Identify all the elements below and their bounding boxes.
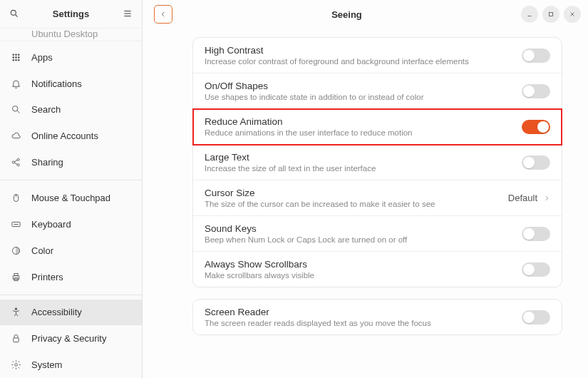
printer-icon	[10, 272, 21, 282]
row-cursor-size[interactable]: Cursor Size The size of the cursor can b…	[193, 180, 562, 216]
search-icon	[10, 104, 21, 115]
svg-rect-27	[14, 273, 18, 275]
svg-point-18	[17, 164, 19, 166]
sidebar-item-accessibility[interactable]: Accessibility	[0, 300, 142, 326]
cloud-icon	[10, 131, 21, 141]
sidebar-item-sharing[interactable]: Sharing	[0, 149, 142, 175]
svg-point-12	[15, 59, 16, 61]
reduce-animation-toggle[interactable]	[522, 120, 550, 134]
page-title: Seeing	[172, 9, 521, 20]
sidebar: Settings Ubuntu Desktop Apps Notificatio…	[0, 0, 143, 378]
sidebar-header: Settings	[0, 0, 142, 29]
svg-point-7	[18, 54, 19, 56]
row-title: Screen Reader	[205, 307, 522, 317]
sidebar-item-label: Sharing	[31, 157, 63, 168]
sidebar-item-prev[interactable]: Ubuntu Desktop	[0, 29, 142, 41]
sound-keys-toggle[interactable]	[522, 227, 550, 241]
svg-point-29	[15, 308, 17, 310]
svg-point-14	[12, 106, 18, 112]
sidebar-item-label: Mouse & Touchpad	[31, 193, 110, 203]
svg-point-10	[18, 56, 19, 58]
row-desc: Reduce animations in the user interface …	[205, 128, 522, 137]
row-title: Cursor Size	[205, 188, 508, 198]
svg-point-6	[15, 54, 16, 56]
close-button[interactable]	[564, 6, 581, 23]
row-title: On/Off Shapes	[205, 81, 522, 91]
svg-line-20	[14, 163, 17, 165]
divider	[0, 295, 142, 295]
mouse-icon	[10, 193, 21, 203]
sidebar-item-apps[interactable]: Apps	[0, 44, 142, 71]
sidebar-item-label: Ubuntu Desktop	[31, 29, 98, 39]
sidebar-item-label: Accessibility	[31, 307, 82, 317]
chevron-right-icon	[543, 192, 550, 205]
row-desc: Increase color contrast of foreground an…	[205, 57, 522, 66]
topbar: Seeing	[143, 0, 588, 29]
sidebar-item-online-accounts[interactable]: Online Accounts	[0, 123, 142, 149]
sidebar-item-printers[interactable]: Printers	[0, 264, 142, 290]
svg-point-9	[15, 56, 16, 58]
back-button[interactable]	[154, 5, 172, 24]
svg-rect-26	[13, 275, 19, 279]
row-desc: The size of the cursor can be increased …	[205, 200, 508, 208]
svg-line-15	[17, 111, 19, 113]
sidebar-item-label: Privacy & Security	[31, 333, 106, 344]
row-desc: Make scrollbars always visible	[205, 271, 522, 280]
gear-icon	[10, 359, 21, 370]
row-title: Sound Keys	[205, 223, 522, 234]
minimize-button[interactable]	[521, 6, 538, 23]
large-text-toggle[interactable]	[522, 155, 550, 170]
maximize-button[interactable]	[542, 6, 559, 23]
sidebar-item-system[interactable]: System	[0, 352, 142, 378]
svg-line-19	[14, 160, 17, 163]
divider	[0, 180, 142, 180]
sidebar-item-keyboard[interactable]: Keyboard	[0, 211, 142, 237]
row-large-text: Large Text Increase the size of all text…	[193, 145, 562, 180]
screen-reader-toggle[interactable]	[522, 310, 550, 325]
row-title: High Contrast	[205, 45, 522, 56]
sidebar-item-label: Color	[31, 245, 53, 256]
hamburger-icon[interactable]	[120, 6, 135, 21]
svg-point-5	[12, 54, 14, 56]
sidebar-item-label: Search	[31, 104, 61, 115]
row-always-scrollbars: Always Show Scrollbars Make scrollbars a…	[193, 252, 562, 287]
seeing-card: High Contrast Increase color contrast of…	[192, 37, 562, 287]
onoff-shapes-toggle[interactable]	[522, 84, 550, 98]
svg-rect-33	[550, 13, 553, 16]
always-scrollbars-toggle[interactable]	[522, 262, 550, 277]
lock-icon	[10, 333, 21, 344]
color-icon	[10, 245, 21, 256]
grid-icon	[10, 52, 21, 63]
row-desc: Beep when Num Lock or Caps Lock are turn…	[205, 235, 522, 244]
sidebar-item-label: Online Accounts	[31, 131, 98, 141]
row-title: Reduce Animation	[205, 116, 522, 127]
svg-point-8	[12, 56, 14, 58]
sidebar-item-privacy[interactable]: Privacy & Security	[0, 325, 142, 352]
sidebar-item-label: Apps	[31, 52, 53, 63]
accessibility-icon	[10, 307, 21, 317]
sidebar-item-search[interactable]: Search	[0, 97, 142, 123]
bell-icon	[10, 78, 21, 89]
search-icon[interactable]	[7, 6, 21, 21]
sidebar-item-color[interactable]: Color	[0, 237, 142, 264]
sidebar-item-label: System	[31, 359, 62, 370]
svg-point-13	[18, 59, 19, 61]
row-title: Always Show Scrollbars	[205, 259, 522, 270]
sidebar-item-mouse[interactable]: Mouse & Touchpad	[0, 185, 142, 211]
keyboard-icon	[10, 219, 21, 230]
svg-line-1	[16, 15, 18, 17]
svg-point-17	[17, 158, 19, 160]
row-desc: The screen reader reads displayed text a…	[205, 319, 522, 327]
share-icon	[10, 157, 21, 168]
svg-rect-30	[13, 338, 19, 342]
row-high-contrast: High Contrast Increase color contrast of…	[193, 38, 562, 73]
row-reduce-animation: Reduce Animation Reduce animations in th…	[193, 109, 562, 145]
row-onoff-shapes: On/Off Shapes Use shapes to indicate sta…	[193, 73, 562, 109]
cursor-size-value: Default	[508, 193, 537, 203]
sidebar-title: Settings	[21, 9, 120, 19]
sidebar-item-notifications[interactable]: Notifications	[0, 71, 142, 97]
row-desc: Use shapes to indicate state in addition…	[205, 93, 522, 101]
main-panel: Seeing High Contrast Increase color cont…	[143, 0, 588, 378]
content-area: High Contrast Increase color contrast of…	[143, 29, 588, 378]
high-contrast-toggle[interactable]	[522, 48, 550, 63]
